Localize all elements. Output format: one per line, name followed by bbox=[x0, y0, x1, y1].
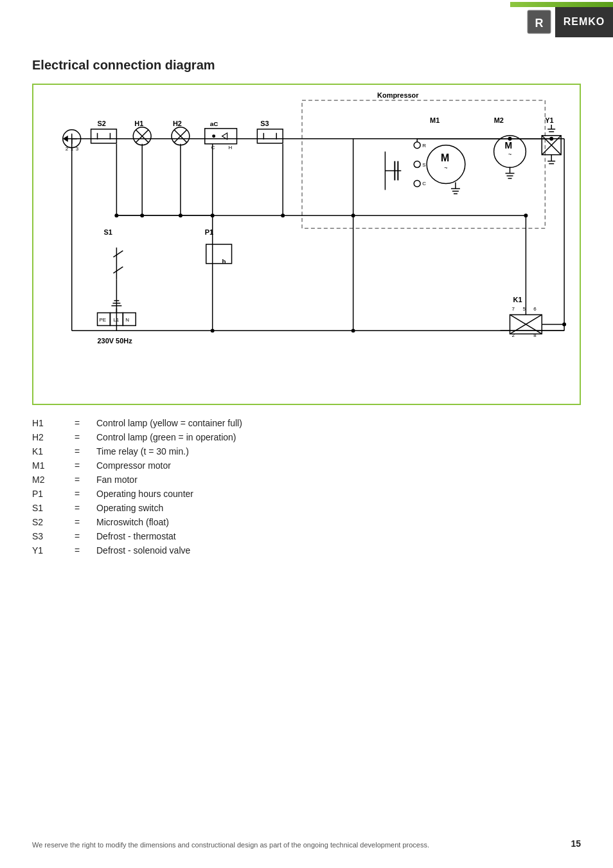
legend-key-h1: H1 bbox=[32, 418, 58, 428]
logo-icon: R bbox=[523, 7, 555, 37]
svg-text:230V 50Hz: 230V 50Hz bbox=[98, 337, 133, 345]
electrical-diagram: Kompressor 2 1 3 S2 H1 H2 bbox=[32, 84, 581, 405]
legend-eq-h1: = bbox=[58, 418, 96, 428]
svg-line-51 bbox=[113, 251, 123, 257]
legend-eq-m2: = bbox=[58, 475, 96, 485]
svg-line-52 bbox=[113, 267, 123, 273]
legend-row-k1: K1 = Time relay (t = 30 min.) bbox=[32, 446, 242, 457]
svg-point-78 bbox=[414, 180, 420, 186]
legend-eq-y1: = bbox=[58, 545, 96, 556]
svg-rect-55 bbox=[206, 244, 232, 264]
diagram-svg: Kompressor 2 1 3 S2 H1 H2 bbox=[33, 85, 580, 404]
legend-val-p1: Operating hours counter bbox=[96, 489, 193, 499]
legend-key-h2: H2 bbox=[32, 432, 58, 442]
legend-row-s1: S1 = Operating switch bbox=[32, 503, 242, 513]
svg-point-111 bbox=[508, 137, 512, 141]
svg-rect-61 bbox=[123, 312, 136, 325]
logo-text: REMKO bbox=[564, 16, 605, 28]
legend-row-m1: M1 = Compressor motor bbox=[32, 460, 242, 471]
svg-text:aC: aC bbox=[210, 120, 218, 127]
svg-text:~: ~ bbox=[444, 165, 447, 171]
legend-key-y1: Y1 bbox=[32, 545, 58, 556]
svg-text:C: C bbox=[211, 145, 215, 150]
svg-text:Kompressor: Kompressor bbox=[377, 91, 419, 99]
svg-point-74 bbox=[414, 142, 420, 149]
legend-val-h1: Control lamp (yellow = container full) bbox=[96, 418, 242, 428]
svg-text:M: M bbox=[441, 152, 449, 163]
svg-text:Y1: Y1 bbox=[545, 116, 553, 124]
legend-key-p1: P1 bbox=[32, 489, 58, 499]
disclaimer-text: We reserve the right to modify the dimen… bbox=[32, 841, 429, 849]
legend-eq-s3: = bbox=[58, 531, 96, 541]
legend-row-h1: H1 = Control lamp (yellow = container fu… bbox=[32, 418, 242, 428]
legend-row-p1: P1 = Operating hours counter bbox=[32, 489, 242, 499]
legend-eq-h2: = bbox=[58, 432, 96, 442]
legend-val-m2: Fan motor bbox=[96, 475, 138, 485]
legend-val-y1: Defrost - solenoid valve bbox=[96, 545, 190, 556]
svg-text:M2: M2 bbox=[494, 116, 504, 124]
svg-point-76 bbox=[414, 161, 420, 168]
legend-key-s2: S2 bbox=[32, 517, 58, 527]
svg-rect-16 bbox=[91, 129, 117, 143]
svg-point-29 bbox=[212, 134, 215, 138]
legend-val-s1: Operating switch bbox=[96, 503, 163, 513]
svg-text:S1: S1 bbox=[103, 228, 112, 236]
legend-key-m2: M2 bbox=[32, 475, 58, 485]
legend-eq-s1: = bbox=[58, 503, 96, 513]
legend-eq-m1: = bbox=[58, 460, 96, 471]
legend-val-h2: Control lamp (green = in operation) bbox=[96, 432, 236, 442]
legend-val-m1: Compressor motor bbox=[96, 460, 171, 471]
header: R REMKO bbox=[484, 0, 613, 39]
legend-key-s3: S3 bbox=[32, 531, 58, 541]
svg-text:S2: S2 bbox=[98, 120, 106, 127]
svg-text:L1: L1 bbox=[113, 317, 119, 323]
svg-point-58 bbox=[211, 329, 215, 332]
svg-text:3: 3 bbox=[76, 146, 79, 152]
legend-val-s2: Microswitch (float) bbox=[96, 517, 169, 527]
svg-point-124 bbox=[562, 322, 566, 326]
legend-row-m2: M2 = Fan motor bbox=[32, 475, 242, 485]
legend-row-h2: H2 = Control lamp (green = in operation) bbox=[32, 432, 242, 442]
svg-text:PE: PE bbox=[100, 317, 107, 323]
svg-text:N: N bbox=[125, 317, 129, 323]
legend-val-s3: Defrost - thermostat bbox=[96, 531, 176, 541]
footer: We reserve the right to modify the dimen… bbox=[32, 838, 581, 849]
svg-rect-28 bbox=[205, 129, 237, 144]
legend-key-s1: S1 bbox=[32, 503, 58, 513]
remko-logo: R REMKO bbox=[510, 2, 613, 37]
legend-eq-s2: = bbox=[58, 517, 96, 527]
svg-text:2: 2 bbox=[66, 146, 69, 152]
svg-text:1: 1 bbox=[71, 146, 74, 152]
legend-key-m1: M1 bbox=[32, 460, 58, 471]
legend-eq-k1: = bbox=[58, 446, 96, 457]
svg-text:7: 7 bbox=[511, 306, 515, 312]
svg-text:M: M bbox=[505, 140, 513, 150]
svg-text:S3: S3 bbox=[260, 120, 269, 127]
svg-text:R: R bbox=[535, 17, 544, 30]
svg-text:R: R bbox=[422, 143, 426, 149]
svg-text:6: 6 bbox=[533, 306, 537, 312]
svg-point-112 bbox=[549, 137, 553, 141]
svg-rect-34 bbox=[257, 129, 283, 143]
svg-text:M1: M1 bbox=[430, 116, 440, 124]
svg-text:H1: H1 bbox=[134, 120, 143, 127]
page-title: Electrical connection diagram bbox=[32, 58, 215, 73]
page-number: 15 bbox=[571, 838, 581, 849]
svg-text:C: C bbox=[422, 181, 426, 186]
svg-text:~: ~ bbox=[508, 151, 511, 158]
logo-text-box: REMKO bbox=[555, 7, 613, 37]
green-bar-accent bbox=[510, 2, 613, 7]
legend: H1 = Control lamp (yellow = container fu… bbox=[32, 418, 242, 559]
svg-text:H: H bbox=[229, 145, 233, 150]
legend-row-s3: S3 = Defrost - thermostat bbox=[32, 531, 242, 541]
legend-key-k1: K1 bbox=[32, 446, 58, 457]
svg-text:S: S bbox=[422, 162, 425, 168]
legend-eq-p1: = bbox=[58, 489, 96, 499]
legend-row-s2: S2 = Microswitch (float) bbox=[32, 517, 242, 527]
legend-row-y1: Y1 = Defrost - solenoid valve bbox=[32, 545, 242, 556]
svg-text:H2: H2 bbox=[173, 120, 182, 127]
svg-text:K1: K1 bbox=[513, 296, 522, 303]
legend-val-k1: Time relay (t = 30 min.) bbox=[96, 446, 189, 457]
